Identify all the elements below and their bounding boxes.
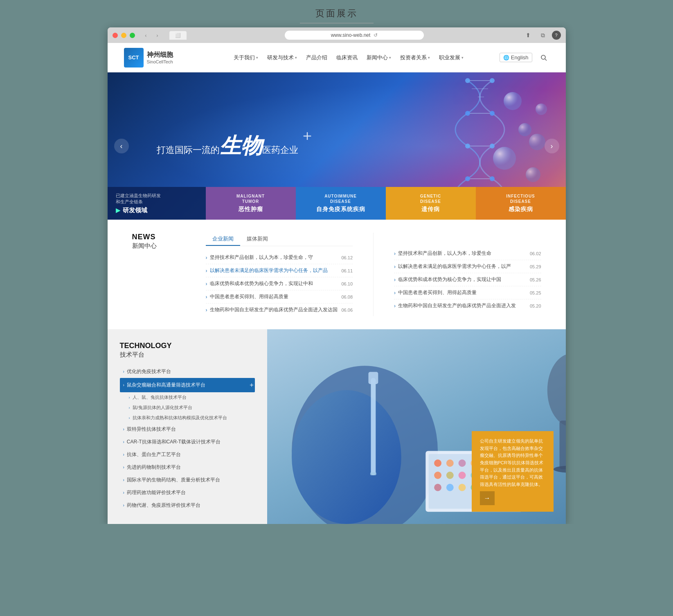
tech-item-immune[interactable]: › 优化的免疫技术平台 <box>120 365 255 378</box>
browser-window: ‹ › ⬜ www.sino-web.net ↺ ⬆ ⧉ ? SCT <box>108 27 566 524</box>
news-item[interactable]: › 以解决患者未满足的临床医学需求为中心任务，以产品 06.11 <box>206 264 353 277</box>
maximize-button[interactable] <box>130 33 135 38</box>
news-arrow-icon: › <box>394 277 396 283</box>
nav-news-arrow: ▾ <box>389 56 391 60</box>
svg-rect-26 <box>368 372 378 384</box>
news-item[interactable]: › 以解决患者未满足的临床医学需求为中心任务，以严 05.29 <box>394 260 541 273</box>
news-item[interactable]: › 临床优势和成本优势为核心竞争力，实现让中和 06.10 <box>206 277 353 290</box>
nav-investors[interactable]: 投资者关系 ▾ <box>400 54 430 61</box>
tech-arrow-icon: › <box>123 369 124 374</box>
research-intro-line2: 和生产全链条 <box>116 199 198 205</box>
nav-about[interactable]: 关于我们 ▾ <box>234 54 258 61</box>
browser-tabbar: ⬜ <box>169 31 187 40</box>
logo-subtitle: SinoCellTech <box>147 59 173 64</box>
tab-icon: ⬜ <box>175 33 181 38</box>
svg-point-37 <box>434 472 441 479</box>
news-item[interactable]: › 生物药和中国自主研发生产的临床优势产品全面进入发 05.20 <box>394 299 541 312</box>
domain-infectious[interactable]: INFECTIOUSDISEASE 感染疾病 <box>476 187 566 220</box>
reload-icon[interactable]: ↺ <box>374 32 378 38</box>
svg-point-20 <box>465 176 470 181</box>
svg-point-12 <box>536 103 547 115</box>
tech-item-production[interactable]: › 抗体、蛋白生产工艺平台 <box>120 448 255 461</box>
browser-tab[interactable]: ⬜ <box>169 31 187 40</box>
back-button[interactable]: ‹ <box>142 31 151 40</box>
browser-addressbar: www.sino-web.net ↺ <box>198 31 511 40</box>
news-item[interactable]: › 生物药和中国自主研发生产的临床优势产品全面进入发达国 06.06 <box>206 304 353 316</box>
tech-label-zh: 技术平台 <box>120 351 255 359</box>
tech-arrow-icon: › <box>123 452 124 457</box>
news-arrow-icon: › <box>394 290 396 296</box>
tech-item-formulation[interactable]: › 先进的药物制剂技术平台 <box>120 461 255 474</box>
title-divider <box>300 23 374 23</box>
svg-point-38 <box>446 472 453 479</box>
tech-sub-arrow-icon: › <box>129 396 130 400</box>
share-button[interactable]: ⬆ <box>522 29 534 41</box>
hero-subtitle-prefix: 打造国际一流的 <box>157 145 220 155</box>
url-text: www.sino-web.net <box>331 32 371 38</box>
website-content: SCT 神州细胞 SinoCellTech 关于我们 ▾ 研发与技术 ▾ 产品介… <box>108 43 566 524</box>
tab-company-news[interactable]: 企业新闻 <box>206 233 240 246</box>
news-col1: 企业新闻 媒体新闻 › 坚持技术和产品创新，以人为本，珍爱生命，守 06.12 … <box>206 233 353 316</box>
menu-button[interactable]: ? <box>552 31 561 40</box>
tech-label-en: TECHNOLOGY <box>120 342 255 350</box>
tech-item-cart[interactable]: › CAR-T抗体筛选和CAR-T载体设计技术平台 <box>120 436 255 448</box>
tech-item-pharma-effect[interactable]: › 药理药效功能评价技术平台 <box>120 486 255 499</box>
news-arrow-icon: › <box>206 281 207 287</box>
svg-point-32 <box>458 459 466 467</box>
tech-list: › 优化的免疫技术平台 › 鼠杂交瘤融合和高通量筛选技术平台 ＋ › 人、鼠、兔… <box>120 365 255 512</box>
tech-subitem-affinity[interactable]: › 抗体亲和力成熟和抗体结构模拟及优化技术平台 <box>120 413 255 423</box>
news-item[interactable]: › 坚持技术和产品创新，以人为本，珍爱生命，守 06.12 <box>206 251 353 264</box>
news-item[interactable]: › 临床优势和成本优势为核心竞争力，实现让中国 05.26 <box>394 273 541 286</box>
nav-news[interactable]: 新闻中心 ▾ <box>367 54 391 61</box>
news-item[interactable]: › 中国患者患者买得到、用得起高质量 05.25 <box>394 286 541 299</box>
news-item[interactable]: › 坚持技术和产品创新，以人为本，珍爱生命 06.02 <box>394 247 541 260</box>
nav-rd[interactable]: 研发与技术 ▾ <box>267 54 297 61</box>
nav-products[interactable]: 产品介绍 <box>306 54 327 61</box>
tech-item-metabolism[interactable]: › 药物代谢、免疫原性评价技术平台 <box>120 499 255 512</box>
close-button[interactable] <box>113 33 118 38</box>
tech-subitem-human-mouse[interactable]: › 人、鼠、兔抗抗体技术平台 <box>120 392 255 402</box>
nav-rd-arrow: ▾ <box>295 56 297 60</box>
tech-arrow-icon: › <box>123 440 124 444</box>
hero-prev-button[interactable]: ‹ <box>114 139 129 153</box>
language-button[interactable]: 🌐 English <box>500 53 532 62</box>
svg-point-19 <box>490 144 495 148</box>
svg-point-44 <box>434 484 441 491</box>
hero-next-button[interactable]: › <box>545 139 559 153</box>
tech-item-hybridoma[interactable]: › 鼠杂交瘤融合和高通量筛选技术平台 ＋ <box>120 378 255 392</box>
search-button[interactable] <box>538 52 549 63</box>
tech-item-bispecific[interactable]: › 双特异性抗体技术平台 <box>120 423 255 436</box>
browser-actions: ⬆ ⧉ ? <box>522 29 561 41</box>
tech-expand-icon[interactable]: ＋ <box>248 381 255 389</box>
hero-plus-icon: ＋ <box>300 126 315 146</box>
forward-button[interactable]: › <box>153 31 162 40</box>
page-title-area: 页面展示 <box>0 0 673 27</box>
news-arrow-icon: › <box>206 307 207 313</box>
domain-malignant-tumor[interactable]: MALIGNANTTUMOR 恶性肿瘤 <box>206 187 296 220</box>
tab-media-news[interactable]: 媒体新闻 <box>240 233 275 246</box>
svg-point-16 <box>465 111 470 116</box>
domain-autoimmune[interactable]: AUTOIMMUNEDISEASE 自身免疫系统疾病 <box>296 187 386 220</box>
url-bar[interactable]: www.sino-web.net ↺ <box>285 31 424 40</box>
page-title: 页面展示 <box>0 7 673 20</box>
news-label-en: NEWS <box>132 233 189 241</box>
news-item[interactable]: › 中国患者患者买得到、用得起高质量 06.08 <box>206 290 353 304</box>
minimize-button[interactable] <box>121 33 126 38</box>
news-list-col1: › 坚持技术和产品创新，以人为本，珍爱生命，守 06.12 › 以解决患者未满足… <box>206 251 353 316</box>
svg-point-24 <box>292 390 401 524</box>
tech-item-analysis[interactable]: › 国际水平的生物药结构、质量分析技术平台 <box>120 474 255 486</box>
logo-abbr: SCT <box>128 54 139 61</box>
tech-card-arrow[interactable]: → <box>480 491 495 505</box>
new-tab-button[interactable]: ⧉ <box>537 29 549 41</box>
tech-subitem-humanization[interactable]: › 鼠/兔源抗体的人源化技术平台 <box>120 402 255 413</box>
header-right: 🌐 English <box>500 52 549 63</box>
tech-sub-arrow-icon: › <box>129 406 130 410</box>
domain-genetic[interactable]: GENETICDISEASE 遗传病 <box>386 187 476 220</box>
hero-subtitle-suffix: 医药企业 <box>262 145 298 155</box>
nav-careers[interactable]: 职业发展 ▾ <box>439 54 464 61</box>
nav-investors-arrow: ▾ <box>428 56 430 60</box>
nav-careers-arrow: ▾ <box>461 56 464 60</box>
site-header: SCT 神州细胞 SinoCellTech 关于我们 ▾ 研发与技术 ▾ 产品介… <box>108 43 566 72</box>
nav-clinical[interactable]: 临床资讯 <box>336 54 358 61</box>
research-bar: 已建立涵盖生物药研发 和生产全链条 ▶ 研发领域 MALIGNANTTUMOR … <box>108 187 566 220</box>
